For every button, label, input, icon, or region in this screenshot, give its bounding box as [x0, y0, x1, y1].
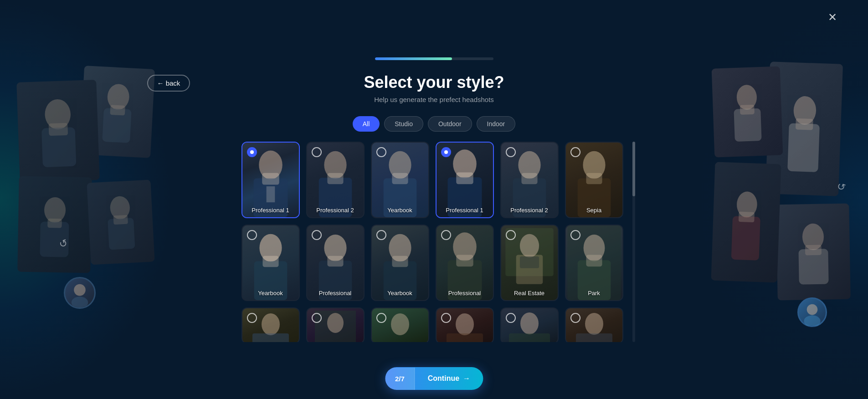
- radio-professional-1b: [441, 147, 451, 157]
- filter-tab-indoor[interactable]: Indoor: [477, 116, 516, 132]
- filter-tab-outdoor[interactable]: Outdoor: [428, 116, 472, 132]
- svg-point-72: [456, 313, 474, 335]
- svg-rect-8: [47, 218, 62, 228]
- style-card-row3-6[interactable]: [565, 307, 623, 342]
- svg-rect-30: [262, 173, 279, 184]
- style-card-row3-2[interactable]: [306, 307, 365, 342]
- svg-rect-16: [796, 118, 813, 130]
- style-grid: Professional 1 Professional 2: [241, 142, 627, 342]
- left-decorative-photos: ↺: [18, 67, 159, 332]
- svg-rect-5: [48, 123, 68, 136]
- radio-sepia: [570, 147, 580, 157]
- progress-bar-fill: [375, 57, 452, 60]
- filter-tab-studio[interactable]: Studio: [384, 116, 423, 132]
- continue-button[interactable]: Continue →: [415, 367, 483, 390]
- radio-row3-1: [247, 313, 257, 323]
- style-card-professional-3[interactable]: Professional: [306, 225, 365, 301]
- filter-tab-all[interactable]: All: [353, 116, 380, 132]
- svg-point-26: [807, 304, 818, 315]
- style-label-professional-2b: Professional 2: [501, 207, 558, 214]
- svg-rect-37: [392, 173, 408, 184]
- svg-rect-43: [521, 173, 537, 184]
- style-card-park[interactable]: Park: [565, 225, 623, 301]
- style-grid-wrapper: Professional 1 Professional 2: [241, 142, 627, 342]
- svg-rect-11: [113, 215, 128, 225]
- radio-professional-2: [312, 147, 322, 157]
- continue-bar: 2/7 Continue →: [385, 367, 483, 390]
- radio-yearbook-2: [247, 230, 257, 240]
- radio-yearbook-1: [376, 147, 386, 157]
- right-avatar: [797, 297, 827, 327]
- svg-rect-15: [787, 123, 820, 172]
- style-card-yearbook-1[interactable]: Yearbook: [371, 142, 429, 218]
- svg-rect-2: [110, 105, 125, 115]
- filter-tabs: All Studio Outdoor Indoor: [353, 116, 516, 132]
- radio-professional-4: [441, 230, 451, 240]
- svg-rect-25: [738, 212, 754, 223]
- style-card-row3-3[interactable]: [371, 307, 429, 342]
- page-title: Select your style?: [364, 73, 504, 92]
- svg-rect-73: [447, 333, 483, 342]
- style-card-real-estate[interactable]: Real Estate: [500, 225, 559, 301]
- style-card-sepia[interactable]: Sepia: [565, 142, 623, 218]
- style-card-row3-5[interactable]: [500, 307, 559, 342]
- radio-row3-3: [376, 313, 386, 323]
- style-card-yearbook-3[interactable]: Yearbook: [371, 225, 429, 301]
- svg-rect-19: [740, 105, 755, 115]
- radio-park: [570, 230, 580, 240]
- radio-professional-1: [247, 147, 257, 157]
- style-card-row3-1[interactable]: [241, 307, 300, 342]
- svg-rect-52: [327, 256, 343, 266]
- style-label-professional-1b: Professional 1: [437, 207, 493, 214]
- svg-point-70: [327, 313, 344, 333]
- radio-row3-4: [441, 313, 451, 323]
- svg-rect-62: [519, 256, 539, 268]
- style-label-professional-2: Professional 2: [307, 207, 364, 214]
- style-label-real-estate: Real Estate: [501, 290, 558, 297]
- style-card-professional-1b[interactable]: Professional 1: [436, 142, 494, 218]
- right-photo-2: [712, 66, 783, 157]
- svg-rect-40: [456, 172, 473, 184]
- style-card-professional-4[interactable]: Professional: [436, 225, 494, 301]
- style-label-yearbook-2: Yearbook: [242, 290, 299, 297]
- main-content: ← back Select your style? Help us genera…: [247, 57, 621, 342]
- style-label-professional-4: Professional: [437, 290, 493, 297]
- style-card-professional-2[interactable]: Professional 2: [306, 142, 365, 218]
- scrollbar-track: [632, 142, 635, 342]
- radio-row3-5: [506, 313, 516, 323]
- svg-point-61: [519, 234, 539, 257]
- svg-rect-58: [456, 255, 473, 266]
- left-avatar: [64, 277, 96, 309]
- style-label-sepia: Sepia: [566, 207, 622, 214]
- close-button[interactable]: ✕: [824, 9, 841, 26]
- svg-rect-55: [392, 256, 408, 267]
- page-subtitle: Help us generate the prefect headshots: [374, 96, 494, 103]
- radio-yearbook-3: [376, 230, 386, 240]
- style-card-professional-1[interactable]: Professional 1: [241, 142, 300, 218]
- svg-point-27: [804, 315, 820, 326]
- back-button[interactable]: ← back: [147, 75, 190, 92]
- svg-point-67: [262, 313, 280, 335]
- scrollbar-thumb[interactable]: [632, 142, 635, 196]
- svg-rect-77: [576, 333, 612, 342]
- style-label-yearbook-3: Yearbook: [372, 290, 428, 297]
- left-photo-3: [17, 176, 92, 273]
- svg-rect-49: [262, 256, 278, 267]
- style-card-professional-2b[interactable]: Professional 2: [500, 142, 559, 218]
- svg-point-13: [72, 297, 88, 307]
- radio-row3-2: [312, 313, 322, 323]
- radio-row3-6: [570, 313, 580, 323]
- continue-label: Continue: [428, 374, 459, 383]
- style-card-yearbook-2[interactable]: Yearbook: [241, 225, 300, 301]
- svg-point-76: [585, 313, 603, 335]
- radio-professional-2b: [506, 147, 516, 157]
- continue-badge: 2/7: [385, 368, 415, 390]
- left-photo-2: [16, 80, 100, 183]
- right-photo-3: [776, 204, 851, 301]
- style-label-yearbook-1: Yearbook: [372, 207, 428, 214]
- left-photo-4: [87, 179, 154, 265]
- style-card-row3-4[interactable]: [436, 307, 494, 342]
- progress-bar-container: [375, 57, 493, 60]
- style-label-professional-1: Professional 1: [242, 207, 299, 214]
- style-label-park: Park: [566, 290, 622, 297]
